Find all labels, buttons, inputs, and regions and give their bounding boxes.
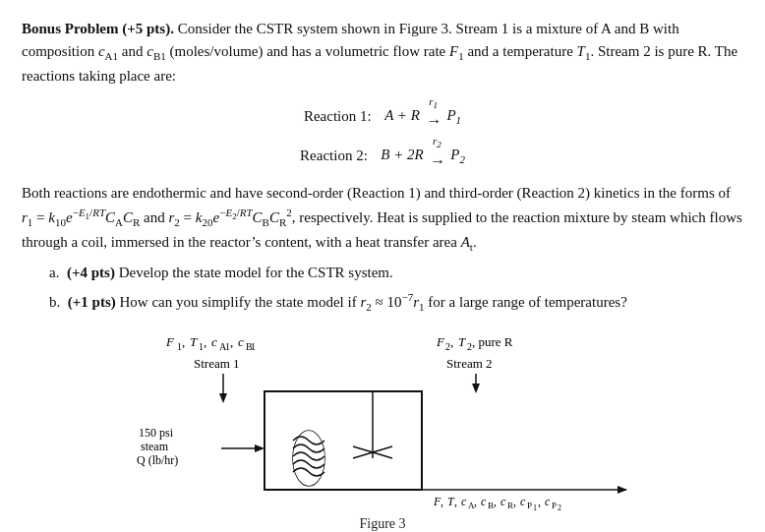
- part-a-label: a. (+4 pts) Develop the state model for …: [49, 265, 393, 280]
- kinetics-paragraph: Both reactions are endothermic and have …: [22, 182, 743, 256]
- s1-cB-sub2: 1: [251, 341, 256, 352]
- part-b: b. (+1 pts) How can you simplify the sta…: [49, 289, 743, 317]
- steam-arrowhead: [255, 444, 265, 452]
- main-content: Bonus Problem (+5 pts). Consider the CST…: [22, 18, 743, 317]
- output-cP2-sub: P: [552, 501, 557, 510]
- s1-T: T: [190, 334, 198, 349]
- part-a: a. (+4 pts) Develop the state model for …: [49, 261, 743, 284]
- s1-comma2: ,: [204, 334, 206, 349]
- reaction1-eq: A + R r1 → P1: [384, 96, 461, 137]
- stream2-comma1: ,: [450, 334, 453, 349]
- stream2-label-text: Stream 2: [446, 356, 493, 371]
- output-cP2-sub2: 2: [558, 503, 561, 512]
- output-cB: c: [481, 495, 487, 508]
- stream2-T: T: [458, 334, 466, 349]
- reactions-block: Reaction 1: A + R r1 → P1 Reaction 2: B …: [22, 96, 743, 177]
- output-cP2: c: [545, 495, 551, 508]
- diagram-svg: F 1 , T 1 , c A 1 , c B 1 Stream 1: [137, 330, 628, 512]
- output-cP1-sub: P: [527, 501, 532, 510]
- reaction1-label: Reaction 1:: [304, 102, 379, 131]
- s1-cB: c: [238, 334, 244, 349]
- output-arrowhead: [618, 486, 627, 494]
- figure-caption: Figure 3: [359, 516, 405, 532]
- output-cR: c: [500, 495, 506, 508]
- output-cA: c: [461, 495, 467, 508]
- output-comma2: ,: [454, 495, 457, 508]
- s1-cA: c: [211, 334, 217, 349]
- cstr-vessel: [265, 391, 422, 490]
- output-comma5: ,: [513, 495, 516, 508]
- reaction2-label: Reaction 2:: [300, 142, 375, 170]
- steam-label: steam: [141, 440, 169, 453]
- stream1-vars-text: F: [165, 334, 175, 349]
- reaction1-line: Reaction 1: A + R r1 → P1: [22, 96, 743, 137]
- stream2-arrowhead: [472, 384, 480, 393]
- reaction2-eq: B + 2R r2 → P2: [381, 136, 465, 176]
- coil-mask: [293, 431, 324, 486]
- output-comma4: ,: [494, 495, 497, 508]
- steam-150psi: 150 psi: [139, 426, 174, 440]
- cstr-diagram: F 1 , T 1 , c A 1 , c B 1 Stream 1: [137, 330, 628, 512]
- s1-comma1: ,: [182, 334, 185, 349]
- reaction2-line: Reaction 2: B + 2R r2 → P2: [22, 136, 743, 176]
- stream2-F: F: [436, 334, 445, 349]
- stream1-arrowhead: [219, 393, 227, 403]
- intro-paragraph: Bonus Problem (+5 pts). Consider the CST…: [22, 18, 743, 89]
- figure-block: F 1 , T 1 , c A 1 , c B 1 Stream 1: [22, 330, 743, 532]
- s1-comma3: ,: [230, 334, 233, 349]
- output-comma6: ,: [538, 495, 541, 508]
- stream2-comma2: , pure R: [472, 334, 513, 349]
- output-comma3: ,: [474, 495, 477, 508]
- part-b-label: b. (+1 pts) How can you simplify the sta…: [49, 294, 627, 310]
- output-comma1: ,: [441, 495, 443, 508]
- output-cP1-sub2: 1: [533, 503, 537, 512]
- steam-Q: Q (lb/hr): [137, 453, 178, 467]
- bonus-title: Bonus Problem (+5 pts).: [22, 21, 174, 36]
- output-cP1: c: [520, 495, 526, 508]
- stream1-label-text: Stream 1: [194, 356, 240, 371]
